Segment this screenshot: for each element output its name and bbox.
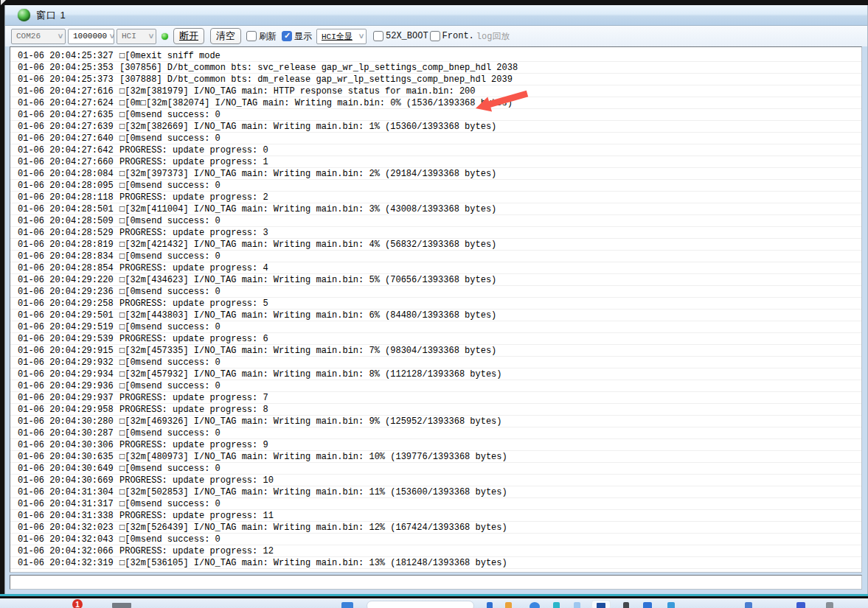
port-select-value: COM26 xyxy=(16,32,41,41)
log-timestamp: 01-06 20:04:29:936 xyxy=(18,380,119,392)
taskbar-icon[interactable] xyxy=(667,602,675,608)
log-row: 01-06 20:04:28:084□[32m[397373] I/NO_TAG… xyxy=(10,168,861,180)
log-row: 01-06 20:04:27:640□[0msend success: 0 xyxy=(10,133,861,144)
log-message: □[0msend success: 0 xyxy=(119,287,221,297)
log-timestamp: 01-06 20:04:29:220 xyxy=(18,274,119,286)
log-message: PROGRESS: update progress: 12 xyxy=(119,546,274,556)
log-timestamp: 01-06 20:04:32:023 xyxy=(18,522,119,534)
log-row: 01-06 20:04:29:932□[0msend success: 0 xyxy=(10,357,861,368)
log-message: □[32m[397373] I/NO_TAG main: Writing mai… xyxy=(119,169,496,179)
log-row: 01-06 20:04:29:220□[32m[434623] I/NO_TAG… xyxy=(10,274,861,286)
log-timestamp: 01-06 20:04:29:501 xyxy=(18,310,119,321)
refresh-checkbox[interactable]: 刷新 xyxy=(246,30,277,43)
display-checkbox[interactable]: 显示 xyxy=(282,30,312,43)
hci-filter-select[interactable]: HCI全显 ∨ xyxy=(316,29,367,44)
log-timestamp: 01-06 20:04:29:932 xyxy=(18,357,119,368)
taskbar-icon[interactable] xyxy=(796,602,805,608)
log-timestamp: 01-06 20:04:28:118 xyxy=(18,192,119,203)
taskbar-folder-icon[interactable] xyxy=(505,602,512,608)
taskbar-browser-icon[interactable] xyxy=(530,602,540,608)
baud-select[interactable]: 1000000 ∨ xyxy=(68,29,114,44)
taskbar-icon[interactable] xyxy=(623,602,629,608)
log-row: 01-06 20:04:25:353[307856] D/bt_common b… xyxy=(10,62,861,74)
log-timestamp: 01-06 20:04:28:819 xyxy=(18,239,119,251)
log-row: 01-06 20:04:32:319□[32m[536105] I/NO_TAG… xyxy=(10,557,861,569)
log-timestamp: 01-06 20:04:29:915 xyxy=(18,345,119,357)
screen: 窗口 1 COM26 ∨ 1000000 ∨ HCI ∨ 断开 清空 刷新 xyxy=(0,0,868,608)
log-row: 01-06 20:04:31:317□[0msend success: 0 xyxy=(10,498,861,510)
log-timestamp: 01-06 20:04:28:501 xyxy=(18,203,119,215)
taskbar-search-input[interactable] xyxy=(367,601,474,608)
log-timestamp: 01-06 20:04:25:373 xyxy=(18,74,119,85)
log-timestamp: 01-06 20:04:32:066 xyxy=(18,545,119,557)
log-message: □[32m[434623] I/NO_TAG main: Writing mai… xyxy=(119,275,496,285)
log-row: 01-06 20:04:30:280□[32m[469326] I/NO_TAG… xyxy=(10,416,861,427)
checkbox-icon xyxy=(246,31,257,41)
log-timestamp: 01-06 20:04:25:327 xyxy=(18,50,119,62)
log-row: 01-06 20:04:28:819□[32m[421432] I/NO_TAG… xyxy=(10,239,861,251)
log-timestamp: 01-06 20:04:29:937 xyxy=(18,392,119,404)
log-row: 01-06 20:04:29:936□[0msend success: 0 xyxy=(10,380,861,392)
port-select[interactable]: COM26 ∨ xyxy=(11,29,66,44)
taskbar[interactable]: 1 xyxy=(0,598,868,608)
log-timestamp: 01-06 20:04:31:338 xyxy=(18,510,119,522)
log-timestamp: 01-06 20:04:27:635 xyxy=(18,109,119,121)
log-replay-label[interactable]: log回放 xyxy=(476,30,510,43)
window-titlebar[interactable]: 窗口 1 xyxy=(5,5,867,26)
log-row: 01-06 20:04:30:649□[0msend success: 0 xyxy=(10,463,861,475)
taskbar-icon[interactable] xyxy=(487,602,493,608)
taskbar-icon[interactable] xyxy=(745,602,752,608)
log-message: PROGRESS: update progress: 10 xyxy=(119,475,274,486)
log-timestamp: 01-06 20:04:29:519 xyxy=(18,321,119,333)
log-row: 01-06 20:04:27:635□[0msend success: 0 xyxy=(10,109,861,121)
taskbar-icon[interactable] xyxy=(643,602,652,608)
log-message: PROGRESS: update progress: 0 xyxy=(119,145,268,156)
log-timestamp: 01-06 20:04:29:258 xyxy=(18,298,119,310)
window-corner-notch xyxy=(1,0,6,5)
log-message: PROGRESS: update progress: 1 xyxy=(119,157,268,167)
connection-status-led xyxy=(162,33,168,40)
baud-select-value: 1000000 xyxy=(73,32,107,41)
taskbar-active-app-card[interactable] xyxy=(591,600,611,608)
taskbar-icon[interactable] xyxy=(553,602,560,608)
log-row: 01-06 20:04:27:616□[32m[381979] I/NO_TAG… xyxy=(10,85,861,97)
send-input[interactable] xyxy=(10,575,862,590)
taskbar-start-icon[interactable] xyxy=(341,602,353,608)
log-timestamp: 01-06 20:04:29:958 xyxy=(18,404,119,416)
log-message: □[32m[381979] I/NO_TAG main: HTTP respon… xyxy=(119,86,475,97)
clear-button[interactable]: 清空 xyxy=(210,28,241,44)
log-message: □[0msend success: 0 xyxy=(119,464,221,474)
log-message: PROGRESS: update progress: 3 xyxy=(119,228,268,238)
taskbar-active-app-icon xyxy=(597,603,605,608)
protocol-select[interactable]: HCI ∨ xyxy=(117,29,156,44)
log-message: □[32m[443803] I/NO_TAG main: Writing mai… xyxy=(119,310,496,321)
log-message: □[0msend success: 0 xyxy=(119,357,221,368)
log-timestamp: 01-06 20:04:30:280 xyxy=(18,416,119,427)
front-checkbox[interactable]: Front. xyxy=(430,31,474,41)
front-checkbox-label: Front. xyxy=(442,31,474,41)
log-timestamp: 01-06 20:04:30:669 xyxy=(18,475,119,486)
taskbar-icon[interactable] xyxy=(574,602,580,608)
log-timestamp: 01-06 20:04:28:509 xyxy=(18,215,119,227)
chevron-down-icon: ∨ xyxy=(58,32,63,41)
log-row: 01-06 20:04:29:501□[32m[443803] I/NO_TAG… xyxy=(10,310,861,321)
52x-boot-checkbox[interactable]: 52X_BOOT xyxy=(373,31,428,41)
log-timestamp: 01-06 20:04:30:287 xyxy=(18,427,119,439)
log-row: 01-06 20:04:28:834□[0msend success: 0 xyxy=(10,251,861,262)
log-timestamp: 01-06 20:04:29:236 xyxy=(18,286,119,298)
log-row: 01-06 20:04:29:937PROGRESS: update progr… xyxy=(10,392,861,404)
log-message: PROGRESS: update progress: 6 xyxy=(119,334,268,344)
log-message: □[32m[457932] I/NO_TAG main: Writing mai… xyxy=(119,369,501,380)
log-area[interactable]: 01-06 20:04:25:327□[0mexit sniff mode01-… xyxy=(10,46,862,573)
notification-badge: 1 xyxy=(72,599,83,608)
log-row: 01-06 20:04:29:519□[0msend success: 0 xyxy=(10,321,861,333)
log-timestamp: 01-06 20:04:32:043 xyxy=(18,534,119,545)
app-window: 窗口 1 COM26 ∨ 1000000 ∨ HCI ∨ 断开 清空 刷新 xyxy=(4,5,868,594)
taskbar-app-label-fragment xyxy=(112,603,131,608)
disconnect-button[interactable]: 断开 xyxy=(173,28,204,44)
log-message: □[0msend success: 0 xyxy=(119,110,221,120)
send-input-wrap xyxy=(10,574,862,589)
log-row: 01-06 20:04:28:529PROGRESS: update progr… xyxy=(10,227,861,239)
log-message: PROGRESS: update progress: 8 xyxy=(119,405,268,415)
taskbar-icon[interactable] xyxy=(826,602,833,608)
